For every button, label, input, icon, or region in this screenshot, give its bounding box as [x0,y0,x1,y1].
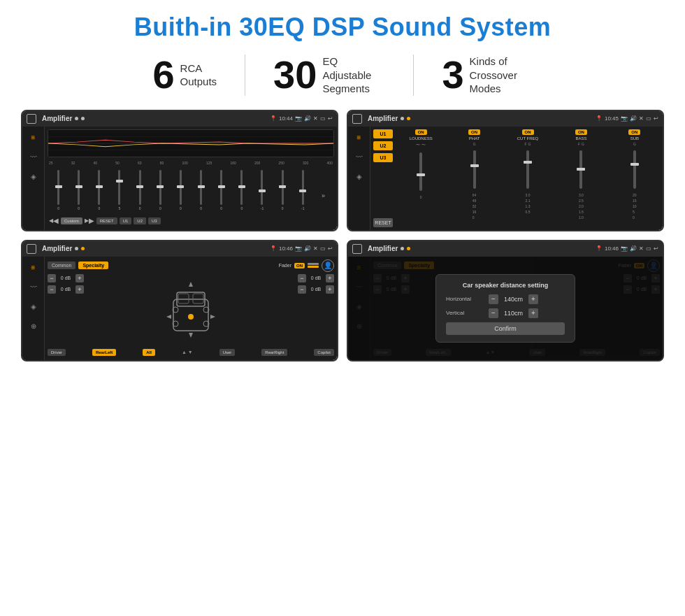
screen2-side-panel: ≡ 〰 ◈ [348,127,370,230]
screen3-wave-icon[interactable]: 〰 [27,280,41,294]
screen1-home-icon[interactable] [27,114,36,124]
screen3-common-tab[interactable]: Common [48,262,75,269]
screen3-all-btn[interactable]: All [143,349,155,356]
eq-slider-2[interactable]: 0 [69,170,88,210]
screen2-cutfreq-group: ON CUT FREQ FG 3.02.11.30.5 [503,129,553,227]
screen2-equalizer-icon[interactable]: ≡ [352,131,366,145]
screen3-person-icon[interactable]: 👤 [322,259,334,272]
screen4: Amplifier 📍 10:46 📷 🔊 ✕ ▭ ↩ [348,241,663,360]
screen3-fader-on[interactable]: ON [294,263,305,268]
screen3-minus-br[interactable]: − [298,285,306,294]
screen3-equalizer-icon[interactable]: ≡ [27,261,41,275]
stat-number-rca: 6 [152,55,174,94]
screen3-db-top-right: − 0 dB + [298,274,334,282]
screen1-speaker-icon[interactable]: ◈ [27,170,41,184]
eq-slider-4[interactable]: 5 [110,170,129,210]
screen4-vertical-plus[interactable]: + [528,308,538,318]
eq-slider-8[interactable]: 0 [192,170,210,210]
screen3-app-title: Amplifier [42,245,72,252]
screen1-equalizer-icon[interactable]: ≡ [27,131,41,145]
screen2-bass-slider[interactable] [579,150,582,189]
eq-slider-7[interactable]: 0 [171,170,190,210]
screen4-dialog-box: Car speaker distance setting Horizontal … [435,274,575,343]
eq-slider-6[interactable]: 0 [151,170,170,210]
screen2-reset-btn[interactable]: RESET [373,218,393,227]
screen1-dot2 [81,117,85,120]
screen1-u1-btn[interactable]: U1 [120,217,132,224]
eq-chevron[interactable]: » [314,192,333,210]
screen3-pan-icon[interactable]: ⊕ [27,320,41,334]
screen3-user-btn[interactable]: User [219,349,236,356]
screen3-db-bot-right: − 0 dB + [298,285,334,294]
screen4-content: ≡ 〰 ◈ ⊕ Common Specialty Fader ON 👤 [348,257,663,360]
screen4-confirm-btn[interactable]: Confirm [446,322,565,335]
screen3-minus-tr[interactable]: − [298,274,306,282]
screen2-loudness-on[interactable]: ON [415,129,427,135]
eq-slider-10[interactable]: 0 [232,170,251,210]
screen3-minus-tl[interactable]: − [48,274,56,282]
screen1-prev-btn[interactable]: ◀ [49,216,59,226]
screen3-specialty-tab[interactable]: Specialty [78,262,108,269]
screen2-phat-slider[interactable] [473,150,476,189]
screen3-location-icon: 📍 [270,245,277,252]
eq-slider-1[interactable]: 0 [49,170,68,210]
screen2-cutfreq-slider[interactable] [526,150,529,189]
screen3-plus-tl[interactable]: + [75,274,84,282]
screen1-reset-btn[interactable]: RESET [96,217,117,224]
screen2-u1-btn[interactable]: U1 [373,129,393,138]
screen4-horizontal-minus[interactable]: − [489,294,498,304]
screen2-dot2 [407,117,410,120]
screen3-arrow-down[interactable]: ▼ [188,350,193,354]
screen2-loudness-curve2: 〜 [421,142,426,148]
eq-slider-11[interactable]: -1 [252,170,271,210]
screen1-u2-btn[interactable]: U2 [134,217,146,224]
screen2-home-icon[interactable] [352,114,362,124]
screen4-vertical-label: Vertical [446,310,484,316]
screen3-copilot-btn[interactable]: Copilot [314,349,334,356]
eq-slider-5[interactable]: 0 [131,170,150,210]
screen4-vertical-minus[interactable]: − [489,308,498,318]
screen1-wave-icon[interactable]: 〰 [27,150,41,164]
screen4-location-icon: 📍 [596,245,603,252]
screen2-phat-on[interactable]: ON [468,129,480,135]
screen3-rearright-btn[interactable]: RearRight [261,349,287,356]
screen4-home-icon[interactable] [352,244,362,254]
screen2-u3-btn[interactable]: U3 [373,153,393,162]
screen1-custom-btn[interactable]: Custom [61,217,82,224]
screen4-horizontal-plus[interactable]: + [528,294,538,304]
screen4-vol-icon: 🔊 [630,245,637,252]
screen4-horizontal-value: 140cm [501,296,526,303]
screen1-status-icons: 📍 10:44 📷 🔊 ✕ ▭ ↩ [270,115,333,122]
screen2-loudness-group: ON LOUDNESS 〜 〜 0 [396,129,446,227]
screen2-loudness-slider[interactable] [419,152,422,191]
eq-slider-12[interactable]: 0 [273,170,292,210]
screen4-rect-icon: ▭ [646,245,651,252]
screen3-arrow-up[interactable]: ▲ [182,350,187,354]
eq-slider-9[interactable]: 0 [212,170,231,210]
screen1-u3-btn[interactable]: U3 [148,217,161,224]
eq-slider-3[interactable]: 0 [89,170,108,210]
screen2-cutfreq-on[interactable]: ON [522,129,534,135]
screen3-rearleft-btn[interactable]: RearLeft [92,349,116,356]
screen3-plus-bl[interactable]: + [75,285,84,294]
screen2-wave-icon[interactable]: 〰 [352,150,366,164]
screen3-home-icon[interactable] [27,244,36,254]
screen3-speaker-icon[interactable]: ◈ [27,300,41,314]
screen1-statusbar: Amplifier 📍 10:44 📷 🔊 ✕ ▭ ↩ [22,111,337,127]
screen2-sub-on[interactable]: ON [628,129,640,135]
screen2-speaker-icon[interactable]: ◈ [352,170,366,184]
screen3-db-top-left: − 0 dB + [48,274,103,282]
screen2-u2-btn[interactable]: U2 [373,141,393,150]
screen2-bass-on[interactable]: ON [575,129,587,135]
screen1-next-btn[interactable]: ▶ [85,216,94,226]
screen3-db-bot-left: − 0 dB + [48,285,103,294]
screen3-minus-bl[interactable]: − [48,285,56,294]
screen3-plus-tr[interactable]: + [326,274,334,282]
screen2-loudness-label: LOUDNESS [410,136,433,141]
eq-slider-13[interactable]: -1 [294,170,312,210]
screen3-driver-btn[interactable]: Driver [48,349,66,356]
screen2-sub-slider[interactable] [633,150,636,189]
screen2: Amplifier 📍 10:45 📷 🔊 ✕ ▭ ↩ [348,111,663,230]
screen3-plus-br[interactable]: + [326,285,334,294]
screen2-amp-controls: ON LOUDNESS 〜 〜 0 [396,129,660,227]
